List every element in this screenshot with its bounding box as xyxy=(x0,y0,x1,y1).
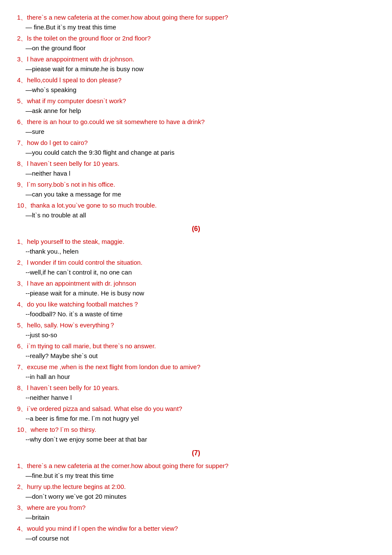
list-item: 7、how do l get to cairo?—you could catch… xyxy=(17,138,375,157)
question-text: 4、would you mind if l open the windiw fo… xyxy=(17,524,375,534)
answer-text: --well,if he can`t control it, no one ca… xyxy=(17,268,375,278)
list-item: 2、ls the toilet on the ground floor or 2… xyxy=(17,34,375,53)
question-text: 5、hello, sally. How`s everything？ xyxy=(17,321,375,330)
list-item: 9、i`ve ordered pizza and salsad. What el… xyxy=(17,404,375,423)
list-item: 5、hello, sally. How`s everything？--just … xyxy=(17,321,375,340)
answer-text: —of course not xyxy=(17,534,375,543)
answer-text: —britain xyxy=(17,513,375,523)
list-item: 4、hello,could l speal to don please?—who… xyxy=(17,75,375,95)
answer-text: --just so-so xyxy=(17,330,375,340)
answer-text: —who`s speaking xyxy=(17,85,375,95)
question-text: 3、where are you from? xyxy=(17,503,375,513)
list-item: 8、l haven`t seen belly for 10 years.—nei… xyxy=(17,159,375,178)
question-text: 10、thanka a lot.you`ve gone to so much t… xyxy=(17,201,375,211)
answer-text: —lt`s no trouble at all xyxy=(17,211,375,220)
question-text: 8、l haven`t seen belly for 10 years. xyxy=(17,159,375,169)
question-text: 1、help yourself to the steak, maggie. xyxy=(17,237,375,247)
list-item: 4、do you like watching football matches？… xyxy=(17,300,375,319)
answer-text: —can you take a message for me xyxy=(17,190,375,199)
question-text: 6、there is an hour to go.could we sit so… xyxy=(17,117,375,127)
question-text: 3、l have an appointment with dr. johnson xyxy=(17,279,375,289)
list-item: 3、where are you from?—britain xyxy=(17,503,375,522)
list-item: 3、l have anappointment with dr.johnson.—… xyxy=(17,55,375,74)
question-text: 3、l have anappointment with dr.johnson. xyxy=(17,55,375,64)
main-content: 1、there`s a new cafeteria at the comer.h… xyxy=(17,13,375,543)
list-item: 7、excuse me ,when is the next flight fro… xyxy=(17,362,375,382)
question-text: 5、what if my computer doesn`t work? xyxy=(17,96,375,106)
section-label-2: (7) xyxy=(17,449,375,457)
answer-text: --a beer is fime for me. l`m not hugry y… xyxy=(17,414,375,424)
answer-text: —neither hava l xyxy=(17,169,375,179)
answer-text: --neither hanve l xyxy=(17,393,375,403)
question-text: 1、there`s a new cafeteria at the comer.h… xyxy=(17,13,375,23)
question-text: 4、do you like watching football matches？ xyxy=(17,300,375,309)
question-text: 9、l`m sorry.bob`s not in his office. xyxy=(17,180,375,190)
question-text: 8、l haven`t seen belly for 10 years. xyxy=(17,383,375,393)
answer-text: —ask anne for help xyxy=(17,106,375,116)
list-item: 6、there is an hour to go.could we sit so… xyxy=(17,117,375,136)
list-item: 10、where to? l`m so thirsy.--why don`t w… xyxy=(17,425,375,444)
question-text: 2、ls the toilet on the ground floor or 2… xyxy=(17,34,375,43)
answer-text: --in hall an hour xyxy=(17,372,375,382)
list-item: 9、l`m sorry.bob`s not in his office.—can… xyxy=(17,180,375,199)
list-item: 3、l have an appointment with dr. johnson… xyxy=(17,279,375,298)
question-text: 2、l wonder if tim could control the situ… xyxy=(17,258,375,268)
question-text: 1、there`s a new cafeteria at the corner.… xyxy=(17,461,375,471)
answer-text: --really? Maybe she`s out xyxy=(17,351,375,361)
question-text: 7、how do l get to cairo? xyxy=(17,138,375,148)
answer-text: —fine.but it`s my treat this time xyxy=(17,471,375,481)
question-text: 9、i`ve ordered pizza and salsad. What el… xyxy=(17,404,375,414)
answer-text: —you could catch the 9:30 flight and cha… xyxy=(17,148,375,158)
answer-text: --why don`t we enjoy some beer at that b… xyxy=(17,435,375,445)
answer-text: — fine.But it`s my treat this time xyxy=(17,23,375,32)
list-item: 8、l haven`t seen belly for 10 years.--ne… xyxy=(17,383,375,402)
list-item: 6、i`m ttying to call marie, but there`s … xyxy=(17,341,375,361)
question-text: 4、hello,could l speal to don please? xyxy=(17,75,375,85)
answer-text: —don`t worry we`ve got 20 minutes xyxy=(17,492,375,502)
answer-text: —on the ground floor xyxy=(17,43,375,53)
list-item: 5、what if my computer doesn`t work?—ask … xyxy=(17,96,375,116)
question-text: 10、where to? l`m so thirsy. xyxy=(17,425,375,435)
question-text: 7、excuse me ,when is the next flight fro… xyxy=(17,362,375,372)
list-item: 2、hurry up.the lecture begins at 2:00.—d… xyxy=(17,482,375,501)
answer-text: —piease wait for a minute.he is busy now xyxy=(17,64,375,74)
list-item: 10、thanka a lot.you`ve gone to so much t… xyxy=(17,201,375,220)
answer-text: --thank you., helen xyxy=(17,247,375,257)
list-item: 1、help yourself to the steak, maggie.--t… xyxy=(17,237,375,256)
question-text: 2、hurry up.the lecture begins at 2:00. xyxy=(17,482,375,492)
list-item: 1、there`s a new cafeteria at the corner.… xyxy=(17,461,375,480)
question-text: 6、i`m ttying to call marie, but there`s … xyxy=(17,341,375,351)
answer-text: --piease wait for a minute. He is busy n… xyxy=(17,289,375,298)
section-label-1: (6) xyxy=(17,225,375,233)
list-item: 1、there`s a new cafeteria at the comer.h… xyxy=(17,13,375,32)
answer-text: —sure xyxy=(17,127,375,137)
list-item: 4、would you mind if l open the windiw fo… xyxy=(17,524,375,543)
list-item: 2、l wonder if tim could control the situ… xyxy=(17,258,375,277)
answer-text: --foodball? No. it`s a waste of time xyxy=(17,309,375,319)
